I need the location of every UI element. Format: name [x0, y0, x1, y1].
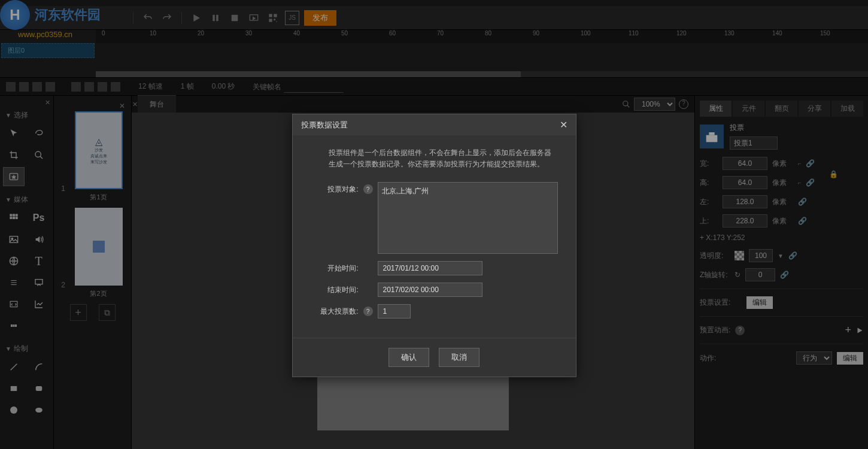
start-time-label: 开始时间:: [311, 261, 359, 274]
modal-overlay: 投票数据设置 ✕ 投票组件是一个后台数据组件，不会在舞台上显示，添加后会在服务器…: [0, 0, 868, 449]
vote-target-help-icon[interactable]: ?: [363, 184, 373, 194]
end-time-label: 结束时间:: [311, 283, 359, 295]
start-time-input[interactable]: [378, 261, 482, 275]
modal-close-button[interactable]: ✕: [560, 119, 567, 131]
max-votes-help-icon[interactable]: ?: [363, 307, 373, 316]
modal-ok-button[interactable]: 确认: [389, 348, 429, 367]
max-votes-input[interactable]: [378, 304, 411, 318]
vote-target-textarea[interactable]: 北京,上海,广州: [378, 182, 558, 254]
modal-title: 投票数据设置: [301, 120, 348, 131]
vote-data-modal: 投票数据设置 ✕ 投票组件是一个后台数据组件，不会在舞台上显示，添加后会在服务器…: [292, 114, 576, 377]
modal-cancel-button[interactable]: 取消: [439, 348, 479, 367]
vote-target-label: 投票对象:: [311, 182, 359, 195]
modal-description: 投票组件是一个后台数据组件，不会在舞台上显示，添加后会在服务器生成一个投票数据记…: [311, 147, 558, 170]
max-votes-label: 最大投票数:: [311, 304, 359, 317]
end-time-input[interactable]: [378, 283, 482, 297]
